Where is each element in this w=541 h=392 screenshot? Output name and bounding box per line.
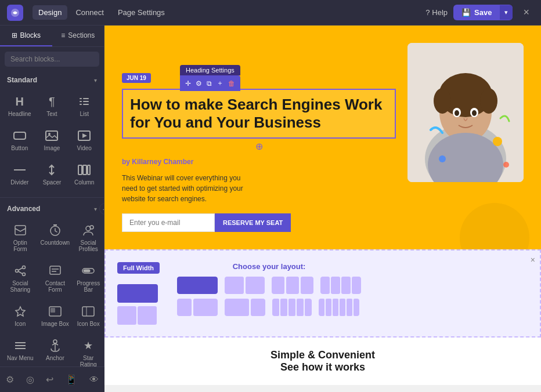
spacer-label: Spacer [43,179,62,186]
layout-option-full[interactable] [117,284,160,303]
svg-point-48 [434,88,451,114]
add-icon[interactable]: ＋ [215,77,225,89]
block-video[interactable]: Video [69,124,99,156]
tab-blocks[interactable]: ⊞ Blocks [0,26,52,46]
svg-rect-14 [78,165,82,175]
block-button[interactable]: Button [5,124,35,156]
block-optin-form[interactable]: Optin Form [5,219,36,257]
layout-option-half-half[interactable] [117,306,160,325]
star-rating-label: Star Rating [77,355,100,368]
block-social-sharing[interactable]: Social Sharing [5,259,36,297]
contact-form-icon [48,264,62,278]
standard-section-header[interactable]: Standard ▾ [0,71,104,88]
full-width-badge: Full Width [117,262,160,274]
block-image[interactable]: Image [37,124,67,156]
svg-rect-3 [80,101,82,102]
save-button-group: 💾 Save ▾ [453,5,513,20]
button-label: Button [11,145,28,151]
block-divider[interactable]: Divider [5,158,35,190]
canvas: Heading Settings ✛ ⚙ ⧉ ＋ 🗑 JUN 19 [104,26,541,392]
layout-3col[interactable] [272,277,313,294]
svg-point-57 [503,162,509,168]
hero-submit-button[interactable]: RESERVE MY SEAT [215,213,291,232]
nav-page-settings[interactable]: Page Settings [112,5,171,20]
block-column[interactable]: Column [69,158,99,190]
search-input[interactable] [5,52,99,67]
social-profiles-icon [81,223,95,237]
countdown-label: Countdown [41,239,70,246]
hero-heading-box[interactable]: How to make Search Engines Work for You … [122,89,396,139]
sections-icon: ≡ [61,31,65,39]
hero-email-input[interactable] [122,213,215,232]
settings-icon[interactable]: ⚙ [194,78,204,89]
image-box-label: Image Box [41,321,69,327]
hero-tag: JUN 19 [122,73,151,83]
svg-rect-17 [15,226,26,235]
block-social-profiles[interactable]: Social Profiles [74,219,102,257]
help-button[interactable]: ? Help [425,8,448,17]
layout-2-1col[interactable] [225,299,265,316]
layout-1-2col[interactable] [177,299,218,316]
social-profiles-label: Social Profiles [77,239,100,252]
button-icon [13,129,27,143]
bottom-toolbar: ⚙ ◎ ↩ 📱 👁 [0,366,104,392]
block-icon-box[interactable]: Icon Box [74,300,102,332]
layout-1col[interactable] [177,277,218,294]
duplicate-icon[interactable]: ⧉ [205,78,214,89]
block-icon[interactable]: Icon [5,300,36,332]
hero-image [407,43,524,182]
history-tool[interactable]: ↩ [41,372,58,387]
layout-row-2 [177,299,361,316]
layout-4col[interactable] [320,277,361,294]
divider-icon [13,163,27,177]
bottom-section: Simple & Convenient See how it works [104,337,541,385]
svg-point-23 [15,270,18,273]
save-button[interactable]: 💾 Save [453,5,500,20]
heading-toolbar: ✛ ⚙ ⧉ ＋ 🗑 [180,75,240,91]
image-box-icon [48,304,62,318]
layout-section: × Full Width Choose you [104,249,541,337]
bottom-title-line2: See how it works [116,361,529,373]
block-progress-bar[interactable]: Progress Bar [74,259,102,297]
mobile-tool[interactable]: 📱 [61,372,82,387]
svg-rect-6 [83,104,89,105]
save-dropdown-button[interactable]: ▾ [500,5,513,20]
layout-close-button[interactable]: × [531,255,535,264]
block-contact-form[interactable]: Contact Form [38,259,73,297]
advanced-blocks-grid: Optin Form Countdown Social Profiles Soc… [0,216,104,392]
layout-section-inner: Full Width Choose your layout: [117,262,528,325]
svg-rect-5 [80,104,82,105]
block-image-box[interactable]: Image Box [38,300,73,332]
headline-icon: H [13,95,27,108]
preview-tool[interactable]: 👁 [85,372,103,387]
close-button[interactable]: × [518,4,534,21]
nav-design[interactable]: Design [33,5,67,20]
standard-label: Standard [7,76,37,84]
layout-choose-container: Choose your layout: [177,262,361,316]
block-countdown[interactable]: Countdown [38,219,73,257]
location-tool[interactable]: ◎ [21,372,39,387]
layout-5col[interactable] [272,299,312,316]
advanced-section-header[interactable]: Advanced ▾ [0,200,104,216]
layout-2col[interactable] [225,277,265,294]
canvas-inner: Heading Settings ✛ ⚙ ⧉ ＋ 🗑 JUN 19 [104,26,541,385]
block-spacer[interactable]: Spacer [37,158,67,190]
social-sharing-label: Social Sharing [7,280,34,293]
tab-sections[interactable]: ≡ Sections [52,26,104,46]
svg-point-39 [53,340,57,343]
save-icon: 💾 [461,8,471,17]
full-width-col [117,284,158,303]
move-icon[interactable]: ✛ [183,78,193,89]
delete-icon[interactable]: 🗑 [226,78,237,89]
settings-tool[interactable]: ⚙ [1,372,19,387]
svg-rect-8 [46,131,57,140]
nav-connect[interactable]: Connect [70,5,109,20]
block-list[interactable]: List [69,90,99,122]
block-headline[interactable]: H Headline [5,90,35,122]
help-icon: ? [425,8,430,17]
block-text[interactable]: ¶ Text [37,90,67,122]
layout-6col[interactable] [319,299,359,316]
list-label: List [80,111,89,117]
icon-block-icon [13,304,27,318]
video-icon [77,129,91,143]
